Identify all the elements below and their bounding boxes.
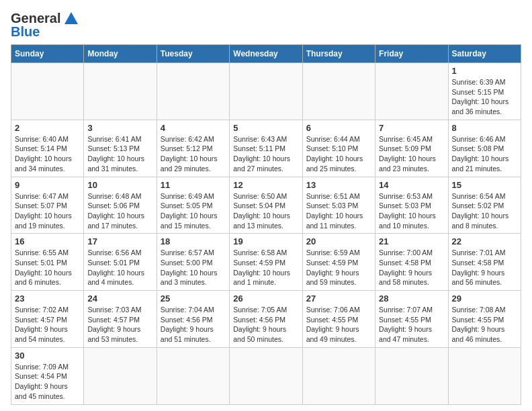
day-number: 20: [306, 236, 371, 246]
day-number: 19: [233, 236, 298, 246]
calendar-cell: [11, 63, 84, 120]
day-info: Sunrise: 6:59 AM Sunset: 4:59 PM Dayligh…: [306, 248, 371, 287]
calendar-cell: [448, 347, 521, 404]
calendar-cell: [157, 347, 229, 404]
day-number: 25: [161, 293, 226, 304]
day-number: 22: [452, 236, 517, 246]
day-info: Sunrise: 6:56 AM Sunset: 5:01 PM Dayligh…: [87, 248, 152, 287]
day-number: 17: [87, 236, 152, 246]
day-info: Sunrise: 7:09 AM Sunset: 4:54 PM Dayligh…: [15, 362, 80, 402]
day-number: 9: [15, 180, 80, 190]
day-info: Sunrise: 6:57 AM Sunset: 5:00 PM Dayligh…: [161, 248, 226, 287]
day-number: 24: [87, 293, 152, 304]
day-number: 11: [161, 180, 226, 190]
logo-blue: Blue: [11, 24, 40, 39]
day-info: Sunrise: 6:50 AM Sunset: 5:04 PM Dayligh…: [233, 191, 298, 231]
day-info: Sunrise: 6:48 AM Sunset: 5:06 PM Dayligh…: [87, 191, 152, 231]
day-number: 2: [15, 123, 80, 133]
calendar-cell: 12Sunrise: 6:50 AM Sunset: 5:04 PM Dayli…: [230, 177, 302, 234]
day-info: Sunrise: 7:01 AM Sunset: 4:58 PM Dayligh…: [452, 248, 517, 287]
day-info: Sunrise: 6:41 AM Sunset: 5:13 PM Dayligh…: [87, 134, 152, 174]
day-info: Sunrise: 7:05 AM Sunset: 4:56 PM Dayligh…: [233, 305, 298, 345]
day-info: Sunrise: 7:03 AM Sunset: 4:57 PM Dayligh…: [87, 305, 152, 345]
weekday-row: SundayMondayTuesdayWednesdayThursdayFrid…: [11, 45, 521, 63]
weekday-header-tuesday: Tuesday: [157, 45, 229, 63]
calendar-cell: 19Sunrise: 6:58 AM Sunset: 4:59 PM Dayli…: [230, 234, 302, 291]
calendar-cell: 1Sunrise: 6:39 AM Sunset: 5:15 PM Daylig…: [448, 63, 521, 120]
day-number: 10: [87, 180, 152, 190]
day-number: 14: [379, 180, 444, 190]
day-number: 26: [233, 293, 298, 304]
day-info: Sunrise: 6:44 AM Sunset: 5:10 PM Dayligh…: [306, 134, 371, 174]
page-header: General Blue: [11, 11, 521, 39]
day-info: Sunrise: 6:46 AM Sunset: 5:08 PM Dayligh…: [452, 134, 517, 174]
calendar-cell: 29Sunrise: 7:08 AM Sunset: 4:55 PM Dayli…: [448, 291, 521, 348]
day-info: Sunrise: 6:39 AM Sunset: 5:15 PM Dayligh…: [452, 77, 517, 117]
calendar-cell: 16Sunrise: 6:55 AM Sunset: 5:01 PM Dayli…: [11, 234, 84, 291]
calendar-week-5: 30Sunrise: 7:09 AM Sunset: 4:54 PM Dayli…: [11, 347, 521, 404]
calendar-table: SundayMondayTuesdayWednesdayThursdayFrid…: [11, 44, 521, 405]
calendar-cell: 13Sunrise: 6:51 AM Sunset: 5:03 PM Dayli…: [302, 177, 375, 234]
calendar-cell: 22Sunrise: 7:01 AM Sunset: 4:58 PM Dayli…: [448, 234, 521, 291]
day-number: 1: [452, 66, 517, 76]
calendar-cell: [157, 63, 229, 120]
weekday-header-sunday: Sunday: [11, 45, 84, 63]
calendar-week-3: 16Sunrise: 6:55 AM Sunset: 5:01 PM Dayli…: [11, 234, 521, 291]
day-number: 8: [452, 123, 517, 133]
logo: General Blue: [11, 11, 78, 39]
calendar-cell: 30Sunrise: 7:09 AM Sunset: 4:54 PM Dayli…: [11, 347, 84, 404]
calendar-cell: 7Sunrise: 6:45 AM Sunset: 5:09 PM Daylig…: [375, 120, 448, 177]
calendar-cell: 18Sunrise: 6:57 AM Sunset: 5:00 PM Dayli…: [157, 234, 229, 291]
day-info: Sunrise: 7:08 AM Sunset: 4:55 PM Dayligh…: [452, 305, 517, 345]
calendar-cell: 4Sunrise: 6:42 AM Sunset: 5:12 PM Daylig…: [157, 120, 229, 177]
calendar-body: 1Sunrise: 6:39 AM Sunset: 5:15 PM Daylig…: [11, 63, 521, 405]
calendar-cell: 5Sunrise: 6:43 AM Sunset: 5:11 PM Daylig…: [230, 120, 302, 177]
day-number: 21: [379, 236, 444, 246]
day-number: 13: [306, 180, 371, 190]
logo-triangle-icon: [64, 12, 78, 24]
calendar-cell: 8Sunrise: 6:46 AM Sunset: 5:08 PM Daylig…: [448, 120, 521, 177]
day-info: Sunrise: 6:45 AM Sunset: 5:09 PM Dayligh…: [379, 134, 444, 174]
calendar-cell: [84, 347, 157, 404]
calendar-cell: 26Sunrise: 7:05 AM Sunset: 4:56 PM Dayli…: [230, 291, 302, 348]
day-number: 4: [161, 123, 226, 133]
calendar-week-0: 1Sunrise: 6:39 AM Sunset: 5:15 PM Daylig…: [11, 63, 521, 120]
logo-general: General: [11, 11, 60, 26]
calendar-week-2: 9Sunrise: 6:47 AM Sunset: 5:07 PM Daylig…: [11, 177, 521, 234]
calendar-cell: 14Sunrise: 6:53 AM Sunset: 5:03 PM Dayli…: [375, 177, 448, 234]
calendar-cell: 15Sunrise: 6:54 AM Sunset: 5:02 PM Dayli…: [448, 177, 521, 234]
calendar-cell: [375, 347, 448, 404]
calendar-cell: 3Sunrise: 6:41 AM Sunset: 5:13 PM Daylig…: [84, 120, 157, 177]
calendar-cell: [84, 63, 157, 120]
weekday-header-monday: Monday: [84, 45, 157, 63]
calendar-cell: 6Sunrise: 6:44 AM Sunset: 5:10 PM Daylig…: [302, 120, 375, 177]
calendar-cell: 10Sunrise: 6:48 AM Sunset: 5:06 PM Dayli…: [84, 177, 157, 234]
day-info: Sunrise: 7:07 AM Sunset: 4:55 PM Dayligh…: [379, 305, 444, 345]
calendar-header: SundayMondayTuesdayWednesdayThursdayFrid…: [11, 45, 521, 63]
calendar-cell: 27Sunrise: 7:06 AM Sunset: 4:55 PM Dayli…: [302, 291, 375, 348]
calendar-week-4: 23Sunrise: 7:02 AM Sunset: 4:57 PM Dayli…: [11, 291, 521, 348]
calendar-cell: 24Sunrise: 7:03 AM Sunset: 4:57 PM Dayli…: [84, 291, 157, 348]
weekday-header-thursday: Thursday: [302, 45, 375, 63]
day-info: Sunrise: 6:47 AM Sunset: 5:07 PM Dayligh…: [15, 191, 80, 231]
calendar-cell: [302, 63, 375, 120]
day-info: Sunrise: 6:42 AM Sunset: 5:12 PM Dayligh…: [161, 134, 226, 174]
day-info: Sunrise: 6:43 AM Sunset: 5:11 PM Dayligh…: [233, 134, 298, 174]
day-number: 30: [15, 351, 80, 361]
day-number: 23: [15, 293, 80, 304]
day-number: 28: [379, 293, 444, 304]
day-info: Sunrise: 7:06 AM Sunset: 4:55 PM Dayligh…: [306, 305, 371, 345]
calendar-cell: 28Sunrise: 7:07 AM Sunset: 4:55 PM Dayli…: [375, 291, 448, 348]
day-number: 29: [452, 293, 517, 304]
day-number: 27: [306, 293, 371, 304]
calendar-cell: 11Sunrise: 6:49 AM Sunset: 5:05 PM Dayli…: [157, 177, 229, 234]
weekday-header-saturday: Saturday: [448, 45, 521, 63]
day-info: Sunrise: 7:00 AM Sunset: 4:58 PM Dayligh…: [379, 248, 444, 287]
day-info: Sunrise: 6:51 AM Sunset: 5:03 PM Dayligh…: [306, 191, 371, 231]
day-number: 7: [379, 123, 444, 133]
calendar-cell: 17Sunrise: 6:56 AM Sunset: 5:01 PM Dayli…: [84, 234, 157, 291]
weekday-header-wednesday: Wednesday: [230, 45, 302, 63]
day-number: 5: [233, 123, 298, 133]
calendar-cell: [375, 63, 448, 120]
calendar-cell: 20Sunrise: 6:59 AM Sunset: 4:59 PM Dayli…: [302, 234, 375, 291]
